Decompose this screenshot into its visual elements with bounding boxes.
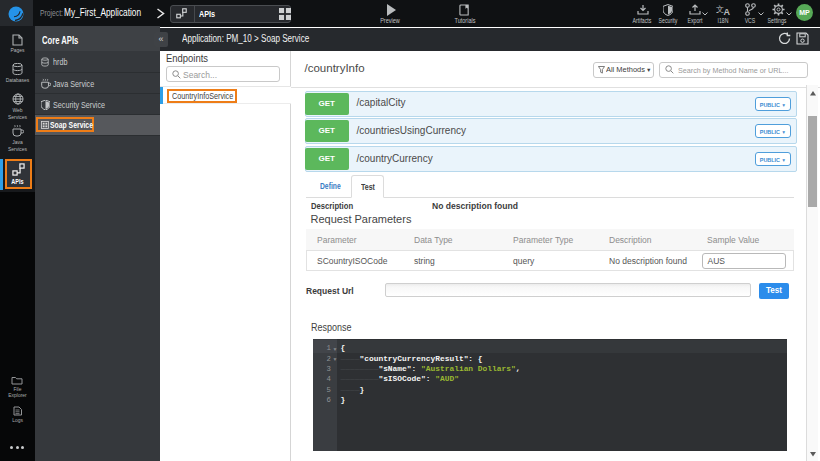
svg-text:A: A (724, 7, 731, 16)
